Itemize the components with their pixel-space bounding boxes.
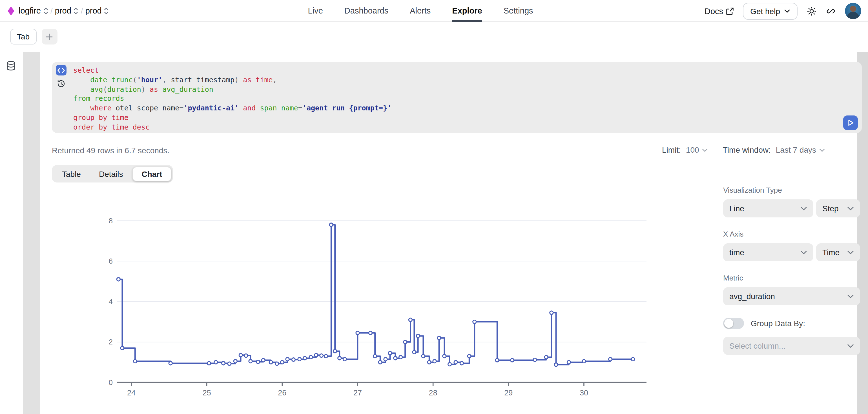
code-line: group by time bbox=[73, 113, 839, 123]
docs-label: Docs bbox=[705, 6, 723, 15]
chevron-down-icon bbox=[847, 206, 854, 211]
breadcrumb-items: logfire/prod/prod bbox=[19, 6, 109, 15]
time-window-value: Last 7 days bbox=[776, 145, 816, 154]
query-tab[interactable]: Tab bbox=[10, 29, 36, 44]
add-tab-button[interactable] bbox=[41, 29, 57, 44]
group-data-row: Group Data By: bbox=[723, 318, 860, 329]
viz-type-label: Visualization Type bbox=[723, 186, 860, 194]
svg-text:25: 25 bbox=[203, 389, 211, 397]
time-window-select[interactable]: Last 7 days bbox=[776, 145, 825, 154]
viz-type-select[interactable]: Line bbox=[723, 199, 813, 217]
avatar[interactable] bbox=[845, 3, 861, 19]
sun-icon bbox=[807, 6, 817, 16]
plus-icon bbox=[45, 33, 53, 40]
database-icon[interactable] bbox=[6, 61, 16, 73]
play-icon bbox=[846, 119, 855, 127]
chart-settings-panel: Visualization Type Line Step X Axis time… bbox=[723, 186, 860, 355]
svg-text:2: 2 bbox=[109, 338, 113, 346]
history-clock-icon bbox=[57, 79, 65, 88]
app-header: logfire/prod/prod LiveDashboardsAlertsEx… bbox=[0, 0, 868, 22]
chevron-down-icon bbox=[702, 148, 708, 152]
chevron-down-icon bbox=[819, 148, 825, 152]
x-axis-kind-value: Time bbox=[823, 248, 840, 257]
step-line-chart: 0246824252627282930 bbox=[101, 213, 654, 407]
code-line: order by time desc bbox=[73, 123, 839, 132]
svg-text:30: 30 bbox=[580, 389, 588, 397]
limit-value: 100 bbox=[686, 145, 699, 154]
nav-item-dashboards[interactable]: Dashboards bbox=[344, 0, 389, 22]
nav-item-explore[interactable]: Explore bbox=[452, 0, 482, 22]
nav-item-alerts[interactable]: Alerts bbox=[410, 0, 431, 22]
breadcrumb-item[interactable]: logfire bbox=[19, 6, 48, 15]
svg-text:6: 6 bbox=[109, 257, 113, 265]
view-tabs: TableDetailsChart bbox=[52, 165, 173, 183]
group-data-toggle[interactable] bbox=[723, 318, 744, 329]
x-axis-kind-select[interactable]: Time bbox=[816, 243, 860, 261]
docs-link[interactable]: Docs bbox=[705, 6, 734, 15]
share-link-button[interactable] bbox=[826, 6, 836, 16]
svg-text:28: 28 bbox=[429, 389, 437, 397]
sort-chevrons-icon bbox=[43, 7, 48, 14]
time-window-label: Time window: bbox=[723, 145, 771, 154]
query-tab-bar: Tab bbox=[0, 23, 868, 51]
sort-chevrons-icon bbox=[104, 7, 109, 14]
theme-toggle-button[interactable] bbox=[807, 6, 817, 16]
chevron-down-icon bbox=[800, 250, 807, 255]
svg-text:8: 8 bbox=[109, 217, 113, 225]
svg-text:4: 4 bbox=[109, 297, 113, 306]
svg-text:29: 29 bbox=[504, 389, 513, 397]
x-axis-label: X Axis bbox=[723, 230, 860, 238]
status-row: Returned 49 rows in 6.7 seconds. Limit: … bbox=[52, 145, 841, 158]
limit-label: Limit: bbox=[662, 145, 681, 154]
view-tab-table[interactable]: Table bbox=[54, 167, 89, 181]
result-count-text: Returned 49 rows in 6.7 seconds. bbox=[52, 146, 169, 155]
view-tab-details[interactable]: Details bbox=[90, 167, 132, 181]
chevron-down-icon bbox=[800, 206, 807, 211]
group-column-placeholder: Select column... bbox=[730, 341, 785, 350]
svg-text:26: 26 bbox=[278, 389, 286, 397]
line-style-value: Step bbox=[823, 204, 839, 213]
get-help-button[interactable]: Get help bbox=[743, 3, 798, 20]
run-query-button[interactable] bbox=[843, 116, 858, 130]
query-history-button[interactable] bbox=[57, 79, 65, 90]
logfire-logo-icon bbox=[7, 6, 14, 15]
metric-label: Metric bbox=[723, 274, 860, 282]
format-code-button[interactable] bbox=[56, 65, 66, 75]
breadcrumb-item[interactable]: prod bbox=[85, 6, 109, 15]
external-link-icon bbox=[726, 7, 734, 15]
logfire-explore-page: logfire/prod/prod LiveDashboardsAlertsEx… bbox=[0, 0, 868, 414]
code-line: where otel_scope_name='pydantic-ai' and … bbox=[73, 104, 839, 113]
link-icon bbox=[826, 6, 836, 16]
x-axis-column-value: time bbox=[730, 248, 744, 257]
limit-option: Limit: 100 bbox=[662, 145, 708, 154]
chevron-down-icon bbox=[847, 294, 854, 298]
svg-text:27: 27 bbox=[353, 389, 362, 397]
result-chart: 0246824252627282930 bbox=[101, 213, 654, 407]
code-line: from records bbox=[73, 94, 839, 104]
x-axis-column-select[interactable]: time bbox=[723, 243, 813, 261]
panel-resize-strip[interactable] bbox=[23, 52, 40, 414]
view-tab-chart[interactable]: Chart bbox=[133, 166, 172, 181]
line-style-select[interactable]: Step bbox=[816, 199, 860, 217]
header-right: Docs Get help bbox=[705, 0, 861, 22]
main-nav: LiveDashboardsAlertsExploreSettings bbox=[308, 0, 533, 22]
breadcrumb-separator: / bbox=[51, 6, 53, 15]
left-rail bbox=[0, 52, 23, 414]
chevron-down-icon bbox=[784, 9, 790, 13]
limit-select[interactable]: 100 bbox=[686, 145, 708, 154]
group-column-select[interactable]: Select column... bbox=[723, 337, 860, 355]
svg-text:0: 0 bbox=[109, 378, 113, 387]
group-data-label: Group Data By: bbox=[751, 319, 805, 328]
chevron-down-icon bbox=[847, 344, 854, 348]
nav-item-live[interactable]: Live bbox=[308, 0, 323, 22]
query-options: Limit: 100 Time window: Last 7 days bbox=[662, 145, 825, 154]
nav-item-settings[interactable]: Settings bbox=[504, 0, 533, 22]
sql-editor: select date_trunc('hour', start_timestam… bbox=[52, 62, 862, 133]
svg-text:24: 24 bbox=[127, 389, 135, 397]
sql-code-input[interactable]: select date_trunc('hour', start_timestam… bbox=[73, 66, 839, 131]
breadcrumb: logfire/prod/prod bbox=[0, 6, 109, 15]
code-line: avg(duration) as avg_duration bbox=[73, 85, 839, 94]
metric-select[interactable]: avg_duration bbox=[723, 287, 860, 305]
breadcrumb-item[interactable]: prod bbox=[55, 6, 79, 15]
code-line: date_trunc('hour', start_timestamp) as t… bbox=[73, 75, 839, 85]
